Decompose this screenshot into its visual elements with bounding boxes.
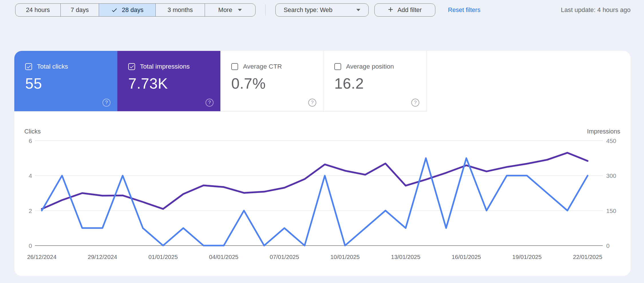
impressions-line (42, 153, 588, 209)
last-update-text: Last update: 4 hours ago (561, 6, 631, 14)
date-range-24-hours[interactable]: 24 hours (15, 4, 61, 16)
tile-average-position[interactable]: Average position 16.2 ? (323, 51, 426, 111)
metric-tiles: Total clicks 55 ? Total impressions 7.73… (14, 51, 426, 111)
x-axis-date-label: 29/12/2024 (88, 254, 117, 260)
tile-label: Total impressions (140, 63, 190, 70)
date-range-7-days[interactable]: 7 days (61, 4, 99, 16)
tile-total-clicks[interactable]: Total clicks 55 ? (14, 51, 117, 111)
left-axis-tick: 2 (29, 208, 32, 214)
tile-total-impressions[interactable]: Total impressions 7.73K ? (117, 51, 220, 111)
tile-label: Average position (346, 63, 394, 70)
right-axis-tick: 0 (606, 242, 610, 249)
help-icon[interactable]: ? (206, 99, 214, 107)
tile-label: Total clicks (37, 63, 68, 70)
x-axis-date-label: 01/01/2025 (148, 254, 178, 260)
right-axis-tick: 300 (606, 172, 616, 179)
x-axis-date-label: 04/01/2025 (209, 254, 238, 260)
add-filter-button[interactable]: + Add filter (374, 3, 435, 17)
tile-label: Average CTR (243, 63, 282, 70)
help-icon[interactable]: ? (308, 99, 316, 107)
average-position-value: 16.2 (334, 75, 364, 92)
add-filter-label: Add filter (398, 7, 422, 14)
help-icon[interactable]: ? (411, 99, 419, 107)
reset-filters-link[interactable]: Reset filters (448, 7, 481, 14)
search-type-chip[interactable]: Search type: Web (275, 3, 369, 17)
filter-bar: 24 hours 7 days 28 days 3 months More Se… (15, 3, 631, 17)
total-impressions-value: 7.73K (128, 75, 168, 92)
search-type-label: Search type: Web (284, 7, 333, 14)
date-range-selector: 24 hours 7 days 28 days 3 months More (15, 3, 256, 17)
performance-chart[interactable]: Clicks Impressions 0021504300645026/12/2… (14, 128, 631, 272)
chevron-down-icon (356, 9, 360, 11)
clicks-impressions-line-chart[interactable]: 0021504300645026/12/202429/12/202401/01/… (14, 128, 631, 272)
date-range-3-months-label: 3 months (167, 7, 193, 14)
x-axis-date-label: 16/01/2025 (452, 254, 481, 260)
tile-average-ctr[interactable]: Average CTR 0.7% ? (220, 51, 323, 111)
average-ctr-value: 0.7% (231, 75, 266, 92)
date-range-3-months[interactable]: 3 months (156, 4, 205, 16)
date-range-7-days-label: 7 days (71, 7, 89, 14)
date-range-24-hours-label: 24 hours (26, 7, 50, 14)
x-axis-date-label: 13/01/2025 (391, 254, 420, 260)
right-axis-tick: 150 (606, 208, 616, 214)
checkbox-unchecked-icon[interactable] (334, 63, 341, 70)
x-axis-date-label: 22/01/2025 (573, 254, 602, 260)
checkbox-checked-icon[interactable] (128, 63, 135, 70)
left-axis-tick: 4 (29, 172, 32, 179)
date-range-28-days-label: 28 days (122, 7, 143, 14)
chevron-down-icon (238, 9, 242, 11)
x-axis-date-label: 10/01/2025 (330, 254, 360, 260)
x-axis-date-label: 26/12/2024 (27, 254, 57, 260)
checkbox-unchecked-icon[interactable] (231, 63, 238, 70)
right-axis-tick: 450 (606, 137, 616, 144)
checkbox-checked-icon[interactable] (25, 63, 32, 70)
more-label: More (218, 7, 232, 14)
help-icon[interactable]: ? (102, 99, 110, 107)
performance-card: Total clicks 55 ? Total impressions 7.73… (14, 51, 631, 276)
total-clicks-value: 55 (25, 75, 42, 92)
left-axis-tick: 0 (29, 242, 32, 249)
x-axis-date-label: 19/01/2025 (512, 254, 542, 260)
left-axis-tick: 6 (29, 137, 32, 144)
x-axis-date-label: 07/01/2025 (270, 254, 299, 260)
date-range-more-button[interactable]: More (205, 4, 255, 16)
plus-icon: + (388, 5, 393, 14)
date-range-28-days[interactable]: 28 days (99, 4, 156, 16)
check-icon (111, 7, 118, 13)
filter-bar-divider (265, 4, 266, 16)
